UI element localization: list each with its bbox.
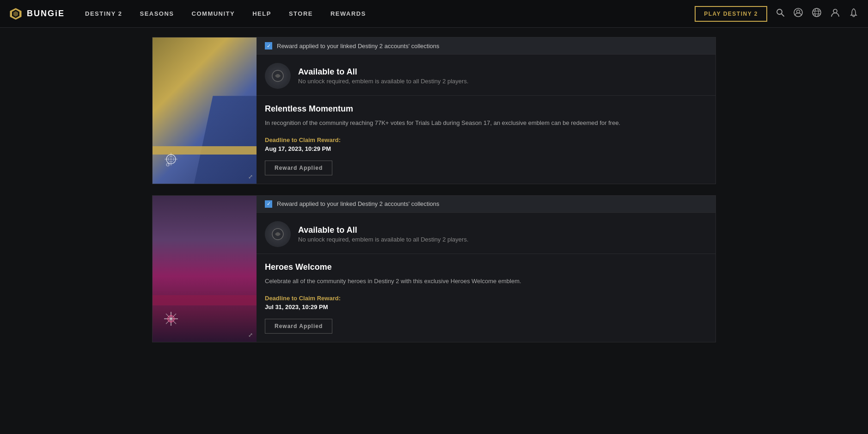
reward-info-1: ✓ Reward applied to your linked Destiny … [257, 196, 715, 342]
reward-applied-button-1[interactable]: Reward Applied [265, 319, 332, 334]
reward-applied-button-0[interactable]: Reward Applied [265, 161, 332, 175]
deadline-date-1: Jul 31, 2023, 10:29 PM [265, 304, 707, 310]
svg-point-7 [813, 8, 821, 17]
reward-image-0: ⤢ [153, 37, 257, 184]
reward-name-0: Relentless Momentum [265, 104, 707, 114]
reward-available-1: Available to All No unlock required, emb… [257, 213, 715, 254]
emblem-icon-0 [159, 149, 183, 172]
deadline-label-0: Deadline to Claim Reward: [265, 136, 707, 143]
available-title-0: Available to All [298, 67, 469, 77]
available-desc-0: No unlock required, emblem is available … [298, 78, 469, 85]
bungie-logo-icon [9, 7, 22, 20]
reward-description-0: In recognition of the community reaching… [265, 118, 707, 128]
reward-image-1: ⤢ [153, 196, 257, 342]
emblem-icon-1 [159, 307, 183, 330]
reward-details-0: Relentless Momentum In recognition of th… [257, 96, 715, 184]
reward-card-1: ⤢ ✓ Reward applied to your linked Destin… [152, 195, 716, 342]
available-desc-1: No unlock required, emblem is available … [298, 236, 469, 243]
available-title-1: Available to All [298, 225, 469, 235]
nav-link-community[interactable]: COMMUNITY [190, 10, 237, 17]
reward-banner-text-0: Reward applied to your linked Destiny 2 … [277, 43, 440, 50]
logo-text: BUNGiE [27, 9, 65, 19]
logo[interactable]: BUNGiE [9, 7, 65, 20]
navbar-right: PLAY DESTINY 2 [695, 6, 859, 22]
user-icon[interactable] [830, 7, 840, 20]
svg-line-4 [782, 14, 784, 16]
svg-point-8 [815, 8, 819, 17]
svg-point-3 [777, 9, 782, 14]
reward-available-0: Available to All No unlock required, emb… [257, 55, 715, 96]
language-icon[interactable] [812, 7, 822, 20]
deadline-label-1: Deadline to Claim Reward: [265, 295, 707, 302]
reward-info-0: ✓ Reward applied to your linked Destiny … [257, 37, 715, 184]
globe-user-icon[interactable] [793, 7, 803, 20]
navbar: BUNGiE DESTINY 2 SEASONS COMMUNITY HELP … [0, 0, 868, 28]
reward-description-1: Celebrate all of the community heroes in… [265, 277, 707, 286]
available-text-0: Available to All No unlock required, emb… [298, 67, 469, 85]
emblem-circle-1 [265, 221, 291, 247]
expand-icon-1[interactable]: ⤢ [248, 332, 253, 338]
checkbox-checked-1: ✓ [265, 200, 272, 208]
reward-banner-1: ✓ Reward applied to your linked Destiny … [257, 196, 715, 213]
svg-point-11 [833, 9, 837, 13]
main-content: ⤢ ✓ Reward applied to your linked Destin… [152, 0, 716, 361]
expand-icon-0[interactable]: ⤢ [248, 174, 253, 180]
play-destiny2-button[interactable]: PLAY DESTINY 2 [695, 6, 767, 22]
reward-card-0: ⤢ ✓ Reward applied to your linked Destin… [152, 37, 716, 184]
notification-bell-icon[interactable] [849, 7, 859, 20]
reward-details-1: Heroes Welcome Celebrate all of the comm… [257, 254, 715, 342]
checkbox-checked-0: ✓ [265, 42, 272, 50]
nav-link-store[interactable]: STORE [287, 10, 315, 17]
nav-link-destiny2[interactable]: DESTINY 2 [83, 10, 124, 17]
nav-link-seasons[interactable]: SEASONS [138, 10, 176, 17]
nav-link-rewards[interactable]: REWARDS [329, 10, 368, 17]
reward-banner-0: ✓ Reward applied to your linked Destiny … [257, 37, 715, 55]
search-icon[interactable] [776, 8, 785, 19]
nav-links: DESTINY 2 SEASONS COMMUNITY HELP STORE R… [83, 10, 695, 17]
deadline-date-0: Aug 17, 2023, 10:29 PM [265, 145, 707, 152]
reward-name-1: Heroes Welcome [265, 262, 707, 272]
reward-banner-text-1: Reward applied to your linked Destiny 2 … [277, 200, 440, 207]
available-text-1: Available to All No unlock required, emb… [298, 225, 469, 243]
emblem-circle-0 [265, 63, 291, 89]
nav-link-help[interactable]: HELP [251, 10, 273, 17]
